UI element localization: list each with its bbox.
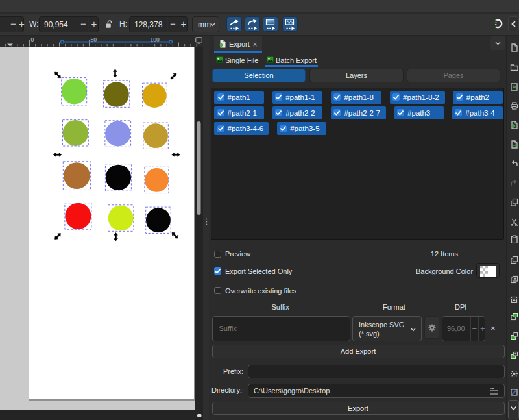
svg-text:0: 0 [31, 36, 34, 43]
